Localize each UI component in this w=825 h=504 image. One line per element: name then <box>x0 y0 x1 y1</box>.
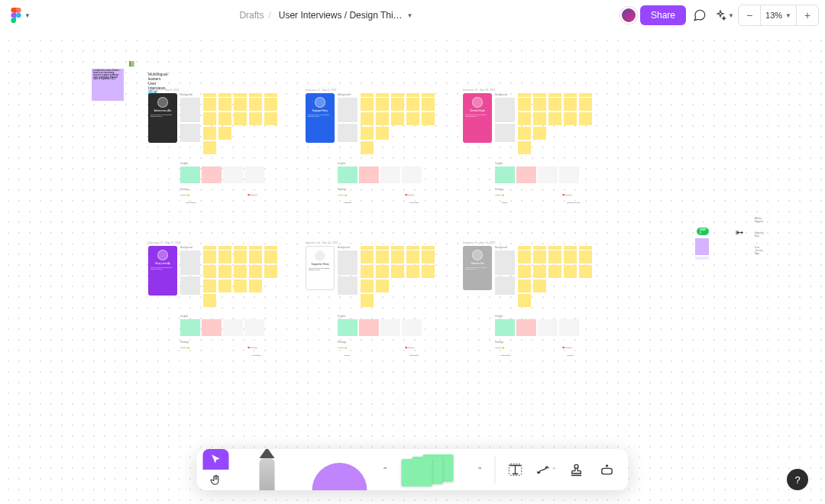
sticky-note[interactable] <box>361 279 374 292</box>
sticky-note[interactable] <box>264 112 277 125</box>
background-block[interactable] <box>338 276 358 295</box>
sticky-note[interactable] <box>264 93 277 97</box>
text-tool[interactable] <box>500 454 531 485</box>
insight-note[interactable] <box>380 166 400 183</box>
sticky-note[interactable] <box>361 127 374 140</box>
share-button[interactable]: Share <box>640 5 686 25</box>
sticky-note[interactable] <box>579 246 592 250</box>
insight-note[interactable] <box>359 166 379 183</box>
background-block[interactable] <box>338 250 358 275</box>
sticky-note[interactable] <box>361 250 374 263</box>
sticky-note[interactable] <box>518 246 531 250</box>
ai-button[interactable]: ▼ <box>713 5 735 26</box>
sticky-note[interactable] <box>249 93 262 97</box>
sticky-note[interactable] <box>203 246 216 250</box>
insight-note[interactable] <box>538 166 558 183</box>
sticky-note[interactable] <box>533 93 546 97</box>
background-block[interactable] <box>180 250 200 275</box>
interview-cluster[interactable]: Interview #3 · Sep 10, 2021 Cheerful Say… <box>463 89 608 143</box>
insight-note[interactable] <box>244 166 264 183</box>
sticky-note[interactable] <box>218 246 231 250</box>
sticky-note[interactable] <box>361 141 374 154</box>
zoom-level[interactable]: 13% ▼ <box>760 5 797 25</box>
stamp-tool[interactable] <box>561 454 592 485</box>
highlighter-tool[interactable] <box>306 449 374 490</box>
insight-note[interactable] <box>180 166 200 183</box>
connector-tool[interactable]: ⌃ <box>531 454 561 485</box>
sticky-note[interactable] <box>533 112 546 125</box>
sticky-note[interactable] <box>518 93 531 97</box>
sticky-note[interactable] <box>203 93 216 97</box>
insight-note[interactable] <box>559 166 579 183</box>
interview-cluster[interactable]: Interview #2 · Sep 9, 2021 Engaged Harry… <box>306 89 451 143</box>
marker-tool[interactable] <box>229 449 306 490</box>
sticky-note[interactable] <box>376 265 389 278</box>
sticky-note[interactable] <box>564 112 577 125</box>
sticky-note[interactable] <box>579 265 592 278</box>
background-block[interactable] <box>495 98 515 122</box>
insight-note[interactable] <box>202 166 222 183</box>
sticky-note[interactable] <box>422 93 435 97</box>
sticky-note[interactable] <box>249 112 262 125</box>
sticky-note[interactable] <box>518 112 531 125</box>
sticky-note[interactable] <box>234 112 247 125</box>
sticky-note[interactable] <box>234 265 247 278</box>
sticky-note[interactable] <box>518 141 531 154</box>
sticky-note[interactable] <box>376 279 389 292</box>
insight-note[interactable] <box>338 166 358 183</box>
interview-cluster[interactable]: Interview #4 · Sep 11, 2021 Story Lover … <box>148 241 293 296</box>
background-block[interactable] <box>495 250 515 275</box>
sticky-note[interactable] <box>203 279 216 292</box>
sticky-note[interactable] <box>376 93 389 97</box>
sticky-note[interactable] <box>533 279 546 292</box>
sticky-note[interactable] <box>579 112 592 125</box>
interview-cluster[interactable]: Interview #5 · Sep 12, 2021 Supportive G… <box>306 241 451 290</box>
sticky-note[interactable] <box>564 250 577 263</box>
insight-note[interactable] <box>495 319 515 336</box>
background-block[interactable] <box>180 124 200 142</box>
insight-note[interactable] <box>402 166 422 183</box>
insight-note[interactable] <box>223 319 243 336</box>
sticky-note[interactable] <box>548 265 561 278</box>
sticky-note[interactable] <box>518 265 531 278</box>
sticky-note[interactable] <box>533 265 546 278</box>
sticky-note[interactable] <box>406 98 419 111</box>
sticky-note[interactable] <box>264 246 277 250</box>
sticky-note[interactable] <box>391 93 404 97</box>
sticky-note[interactable] <box>518 127 531 140</box>
sticky-note[interactable] <box>361 246 374 250</box>
sticky-note[interactable] <box>518 250 531 263</box>
insight-note[interactable] <box>559 319 579 336</box>
sticky-note[interactable] <box>406 93 419 97</box>
sticky-note[interactable] <box>564 98 577 111</box>
insight-note[interactable] <box>180 319 200 336</box>
sticky-note[interactable] <box>218 279 231 292</box>
zoom-out-button[interactable]: − <box>739 9 760 21</box>
sticky-note[interactable] <box>548 93 561 97</box>
background-block[interactable] <box>338 98 358 122</box>
sticky-note[interactable] <box>234 93 247 97</box>
interview-cluster[interactable]: Interview #1 · Sep 8, 2021 Adventurous A… <box>148 89 293 143</box>
sticky-note[interactable] <box>406 246 419 250</box>
sticky-note[interactable] <box>234 279 247 292</box>
sticky-note[interactable] <box>203 127 216 140</box>
insight-note[interactable] <box>380 319 400 336</box>
persona-card[interactable]: Cheerful Sayla Lorem ipsum dolor sit ame… <box>463 93 492 143</box>
insight-note[interactable] <box>223 166 243 183</box>
sticky-tool[interactable] <box>396 449 469 490</box>
sticky-note[interactable] <box>218 98 231 111</box>
sticky-note[interactable] <box>422 265 435 278</box>
sticky-note[interactable] <box>422 250 435 263</box>
sticky-note[interactable] <box>518 98 531 111</box>
insight-note[interactable] <box>495 166 515 183</box>
sticky-note[interactable] <box>579 250 592 263</box>
sticky-note[interactable] <box>376 112 389 125</box>
background-block[interactable] <box>495 124 515 142</box>
sticky-note[interactable] <box>361 294 374 307</box>
background-block[interactable] <box>180 276 200 295</box>
insight-note[interactable] <box>516 319 536 336</box>
sticky-note[interactable] <box>406 250 419 263</box>
sticky-note[interactable] <box>218 127 231 140</box>
sticky-note[interactable] <box>548 112 561 125</box>
sticky-note[interactable] <box>249 250 262 263</box>
